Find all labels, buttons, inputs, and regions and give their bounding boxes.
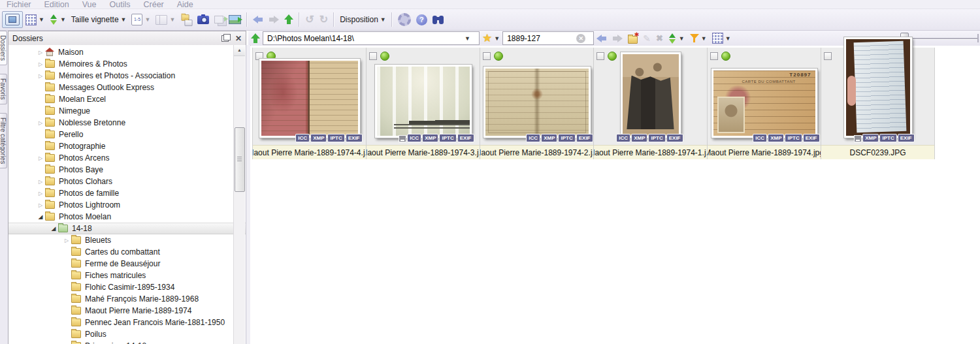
rename-button[interactable]: ✎: [640, 31, 653, 46]
tree-item[interactable]: Fiches matricules: [8, 270, 246, 281]
acquire-button[interactable]: [195, 12, 212, 27]
expander-icon[interactable]: ▷: [37, 61, 44, 67]
tree-item[interactable]: Mahé François Marie-1889-1968: [8, 293, 246, 305]
select-checkbox[interactable]: [824, 52, 832, 60]
select-checkbox[interactable]: [369, 52, 377, 60]
tree-item[interactable]: Cartes du combattant: [8, 246, 246, 258]
select-checkbox[interactable]: [710, 52, 718, 60]
tree-item[interactable]: ▷ Noblesse Bretonne: [8, 117, 246, 129]
expander-icon[interactable]: ▷: [37, 191, 44, 196]
select-checkbox[interactable]: [483, 52, 491, 60]
disposition-button[interactable]: Disposition▼: [337, 12, 389, 27]
convert-button[interactable]: [212, 12, 226, 27]
thumbnail-cell[interactable]: XMPIPTCEXIF DSCF0239.JPG: [821, 48, 935, 159]
menu-item[interactable]: Aide: [171, 0, 200, 9]
expander-icon[interactable]: ◢: [50, 225, 57, 232]
tree-item[interactable]: Ferme de Beauséjour: [8, 258, 246, 270]
fullscreen-button[interactable]: [2, 11, 23, 28]
new-folder-button[interactable]: [625, 31, 640, 46]
history-back-button[interactable]: [594, 31, 610, 46]
tree-item[interactable]: ◢ 14-18: [8, 223, 246, 234]
tree-item[interactable]: Messages Outlook Express: [8, 82, 246, 93]
thumbnail-image[interactable]: [621, 52, 681, 138]
tree-item[interactable]: ▷ Mémoires et Photos - Association: [8, 70, 246, 82]
tree-item[interactable]: Perello: [8, 129, 246, 140]
search-input[interactable]: [506, 33, 576, 44]
tree-item[interactable]: Maout Pierre Marie-1889-1974: [8, 305, 246, 317]
search-box[interactable]: ✕: [502, 31, 594, 45]
tree-item[interactable]: ▷ Maison: [8, 46, 246, 58]
back-button[interactable]: [250, 12, 266, 27]
tree-item[interactable]: ▷ Photos Lightroom: [8, 199, 246, 211]
settings-button[interactable]: [395, 12, 414, 27]
close-panel-icon[interactable]: ✕: [235, 35, 242, 42]
history-forward-button[interactable]: [610, 31, 625, 46]
favorites-button[interactable]: ★▼: [480, 31, 502, 46]
tree-item[interactable]: Pennec Jean Francois Marie-1881-1950: [8, 317, 246, 328]
thumbnail-cell[interactable]: ICCXMPIPTCEXIF Maout Pierre Marie-1889-1…: [367, 48, 480, 159]
filter-button[interactable]: ▼: [687, 31, 710, 46]
tree-item[interactable]: Flohic Casimir-1895-1934: [8, 281, 246, 293]
menu-item[interactable]: Outils: [103, 0, 137, 9]
scroll-up-icon[interactable]: ▲: [234, 45, 245, 56]
thumbnail-image[interactable]: T20897CARTE DU COMBATTANT: [711, 69, 817, 138]
rotate-right-button[interactable]: ↻: [317, 12, 331, 27]
tree-item[interactable]: ◢ Photos Moelan: [8, 211, 246, 223]
expander-icon[interactable]: ▷: [37, 120, 44, 126]
tree-item[interactable]: ▷ Photos Arcens: [8, 152, 246, 164]
side-tab[interactable]: Filtre catégories: [0, 113, 7, 168]
sort-order-button[interactable]: ▼: [666, 31, 687, 46]
scrollbar-thumb[interactable]: [235, 127, 245, 192]
menu-item[interactable]: Créer: [137, 0, 170, 9]
expander-icon[interactable]: ▷: [63, 238, 70, 243]
sort-button[interactable]: ▼: [47, 12, 69, 27]
thumbnail-view-button[interactable]: ▼: [710, 31, 734, 46]
menu-item[interactable]: Vue: [76, 0, 103, 9]
path-input[interactable]: [266, 33, 465, 44]
menu-item[interactable]: Fichier: [0, 0, 38, 9]
thumbnail-cell[interactable]: ICCXMPIPTCEXIF Maout Pierre Marie-1889-1…: [252, 48, 367, 159]
clear-search-icon[interactable]: ✕: [576, 34, 585, 43]
expander-icon[interactable]: ▷: [37, 155, 44, 161]
forward-button[interactable]: [266, 12, 282, 27]
thumbnail-cell[interactable]: ICCXMPIPTCEXIF Maout Pierre Marie-1889-1…: [480, 48, 594, 159]
tree-item[interactable]: ▷ Bleuets: [8, 234, 246, 246]
thumbnail-cell[interactable]: ICCXMPIPTCEXIF Maout Pierre Marie-1889-1…: [594, 48, 708, 159]
tree-item[interactable]: Photographie: [8, 140, 246, 152]
up-button[interactable]: [282, 12, 296, 27]
tree-item[interactable]: Poilus: [8, 328, 246, 340]
view-mode-button[interactable]: ▼: [23, 12, 47, 27]
expander-icon[interactable]: ▷: [37, 179, 44, 185]
pagination-button[interactable]: 1-5▼: [129, 12, 153, 27]
search-button[interactable]: [430, 12, 440, 27]
catalog-button[interactable]: ▼: [153, 12, 178, 27]
tree-item[interactable]: Moelan Excel: [8, 93, 246, 105]
thumbnail-image[interactable]: [844, 37, 912, 138]
thumbnail-size-button[interactable]: Taille vignette▼: [69, 12, 129, 27]
export-button[interactable]: [226, 12, 244, 27]
expander-icon[interactable]: ◢: [37, 213, 44, 220]
side-tab[interactable]: Favoris: [0, 74, 7, 104]
chevron-down-icon[interactable]: ▼: [465, 35, 470, 42]
menu-item[interactable]: Edition: [38, 0, 76, 9]
path-combobox[interactable]: ▼: [263, 31, 480, 45]
thumbnail-image[interactable]: [483, 67, 591, 138]
tree-item[interactable]: ▷ Mémoires & Photos: [8, 58, 246, 70]
delete-button[interactable]: ✖: [653, 31, 666, 46]
tree-item[interactable]: Nimegue: [8, 105, 246, 117]
help-button[interactable]: ?: [414, 12, 430, 27]
side-tab[interactable]: Dossiers: [0, 31, 7, 65]
select-checkbox[interactable]: [596, 52, 604, 60]
tree-item[interactable]: Photos Baye: [8, 164, 246, 176]
tree-item[interactable]: ▷ Photos de famille: [8, 187, 246, 199]
thumbnail-image[interactable]: [259, 59, 360, 138]
parent-folder-button[interactable]: [248, 31, 263, 46]
thumbnail-image[interactable]: [375, 65, 472, 138]
dock-panel-icon[interactable]: [221, 35, 229, 42]
tree-item[interactable]: ▷ Photos Clohars: [8, 176, 246, 187]
expander-icon[interactable]: ▷: [37, 73, 44, 79]
tree-item[interactable]: ▷ Prisonniers 14-18: [8, 340, 246, 344]
tree-scrollbar[interactable]: ▲: [233, 45, 245, 344]
expander-icon[interactable]: ▷: [37, 202, 44, 208]
folder-tree-button[interactable]: [178, 12, 195, 27]
